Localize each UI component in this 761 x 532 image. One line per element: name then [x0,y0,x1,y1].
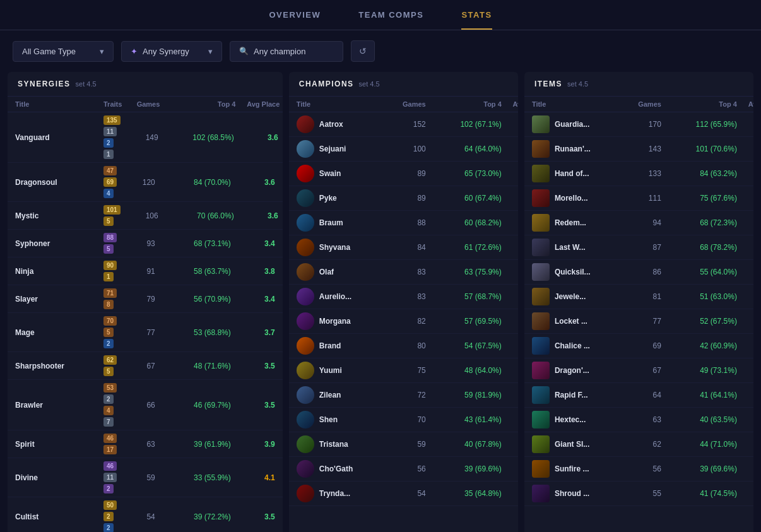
champion-icon [297,386,314,404]
row-title: Guardia... [555,120,589,129]
table-row[interactable]: Brawler 53247 66 46 (69.7%) 3.5 [8,380,283,430]
row-top4: 42 (60.9%) [661,341,737,350]
item-icon [532,165,550,182]
row-top4: 112 (65.9%) [661,120,737,129]
table-row[interactable]: Dragon'... 67 49 (73.1%) 3.4 [524,358,753,383]
table-row[interactable]: Dragonsoul 47694 120 84 (70.0%) 3.6 [8,163,283,202]
item-icon [532,386,550,404]
item-icon [532,312,550,330]
item-cell: Rapid F... [532,386,627,404]
table-row[interactable]: Aurelio... 83 57 (68.7%) 3.7 [289,285,518,309]
table-row[interactable]: Sunfire ... 56 39 (69.6%) 3.7 [524,457,753,482]
table-row[interactable]: Hextec... 63 40 (63.5%) 4.1 [524,408,753,432]
row-avg: 4.1 [231,473,275,482]
row-games: 94 [627,218,661,227]
table-row[interactable]: Tristana 59 40 (67.8%) 3.8 [289,432,518,457]
item-cell: Hand of... [532,165,627,182]
row-title: Sharpshooter [15,362,103,370]
trait-badge: 11 [103,473,117,482]
row-avg: 3.5 [502,317,518,326]
table-row[interactable]: Ninja 901 91 58 (63.7%) 3.8 [8,257,283,285]
game-type-chevron-icon: ▾ [100,47,104,56]
table-row[interactable]: Trynda... 54 35 (64.8%) 3.8 [289,482,518,506]
nav-overview[interactable]: OVERVIEW [269,10,321,30]
table-row[interactable]: Last W... 87 68 (78.2%) 3.1 [524,235,753,260]
table-row[interactable]: Runaan'... 143 101 (70.6%) 3.5 [524,137,753,162]
table-row[interactable]: Morello... 111 75 (67.6%) 3.6 [524,186,753,211]
table-row[interactable]: Divine 46112 59 33 (55.9%) 4.1 [8,458,283,497]
table-row[interactable]: Rapid F... 64 41 (64.1%) 4 [524,383,753,408]
synergies-set: set 4.5 [76,80,97,88]
table-row[interactable]: Aatrox 152 102 (67.1%) 3.7 [289,112,518,137]
col-games: Games [627,100,661,108]
trait-badge: 1 [103,272,114,281]
table-row[interactable]: Shyvana 84 61 (72.6%) 3.6 [289,235,518,260]
table-row[interactable]: Olaf 83 63 (75.9%) 3.2 [289,260,518,285]
row-games: 70 [391,415,426,424]
traits-cell: 4617 [103,434,117,454]
table-row[interactable]: Morgana 82 57 (69.5%) 3.5 [289,309,518,334]
table-row[interactable]: Shen 70 43 (61.4%) 3.9 [289,408,518,432]
item-icon [532,115,550,133]
trait-badge: 53 [103,383,117,393]
table-row[interactable]: Cho'Gath 56 39 (69.6%) 3.5 [289,457,518,482]
nav-team-comps[interactable]: TEAM COMPS [358,10,423,30]
row-top4: 75 (67.6%) [661,194,737,203]
traits-cell: 885 [103,233,117,254]
row-games: 86 [627,268,661,276]
row-avg: 3.5 [737,145,753,153]
table-row[interactable]: Shroud ... 55 41 (74.5%) 3.5 [524,482,753,506]
game-type-select[interactable]: All Game Type ▾ [13,41,114,62]
table-row[interactable]: Giant Sl... 62 44 (71.0%) 3.6 [524,432,753,457]
table-row[interactable]: Locket ... 77 52 (67.5%) 3.5 [524,309,753,334]
items-panel: ITEMS set 4.5 Title Games Top 4 Avg Plac… [524,72,753,532]
row-avg: 3.4 [231,239,275,248]
row-top4: 39 (69.6%) [661,464,737,473]
table-row[interactable]: Mystic 1015 106 70 (66.0%) 3.6 [8,202,283,230]
table-row[interactable]: Cultist 5022 54 39 (72.2%) 3.5 [8,497,283,532]
col-title: Title [15,100,103,108]
table-row[interactable]: Spirit 4617 63 39 (61.9%) 3.9 [8,430,283,458]
table-row[interactable]: Sejuani 100 64 (64.0%) 3.7 [289,137,518,162]
nav-stats[interactable]: STATS [461,10,492,30]
row-games: 111 [627,194,661,203]
table-row[interactable]: Hand of... 133 84 (63.2%) 3.9 [524,162,753,186]
item-cell: Sunfire ... [532,460,627,478]
row-title: Trynda... [319,489,350,498]
trait-badge: 17 [103,445,117,454]
table-row[interactable]: Chalice ... 69 42 (60.9%) 3.9 [524,334,753,358]
synergy-select[interactable]: ✦ Any Synergy ▾ [121,41,222,62]
table-row[interactable]: Brand 80 54 (67.5%) 3.7 [289,334,518,358]
table-row[interactable]: Mage 7052 77 53 (68.8%) 3.7 [8,313,283,352]
trait-badge: 101 [103,205,121,215]
row-top4: 63 (75.9%) [426,268,502,276]
row-title: Olaf [319,268,334,276]
champion-input[interactable]: 🔍 Any champion [230,41,343,62]
table-row[interactable]: Quicksil... 86 55 (64.0%) 3.8 [524,260,753,285]
table-row[interactable]: Zilean 72 59 (81.9%) 2.9 [289,383,518,408]
row-top4: 59 (81.9%) [426,391,502,399]
refresh-button[interactable]: ↺ [351,40,375,62]
row-top4: 49 (73.1%) [661,366,737,375]
table-row[interactable]: Pyke 89 60 (67.4%) 3.6 [289,186,518,211]
table-row[interactable]: Redem... 94 68 (72.3%) 3.3 [524,211,753,235]
item-cell: Redem... [532,214,627,232]
table-row[interactable]: Guardia... 170 112 (65.9%) 3.7 [524,112,753,137]
table-row[interactable]: Vanguard 1351121 149 102 (68.5%) 3.6 [8,112,283,163]
table-row[interactable]: Sharpshooter 625 67 48 (71.6%) 3.5 [8,352,283,380]
table-row[interactable]: Slayer 718 79 56 (70.9%) 3.4 [8,285,283,313]
synergy-chevron-icon: ▾ [208,47,213,56]
table-row[interactable]: Jewele... 81 51 (63.0%) 3.8 [524,285,753,309]
table-row[interactable]: Swain 89 65 (73.0%) 3.4 [289,162,518,186]
trait-badge: 2 [103,339,114,348]
table-row[interactable]: Yuumi 75 48 (64.0%) 3.7 [289,358,518,383]
row-games: 69 [627,341,661,350]
traits-cell: 46112 [103,461,117,494]
row-title: Morgana [319,317,351,326]
col-title: Title [532,100,627,108]
row-avg: 3.8 [737,292,753,301]
item-cell: Chalice ... [532,337,627,355]
table-row[interactable]: Syphoner 885 93 68 (73.1%) 3.4 [8,230,283,257]
trait-badge: 46 [103,434,117,443]
table-row[interactable]: Braum 88 60 (68.2%) 3.7 [289,211,518,235]
